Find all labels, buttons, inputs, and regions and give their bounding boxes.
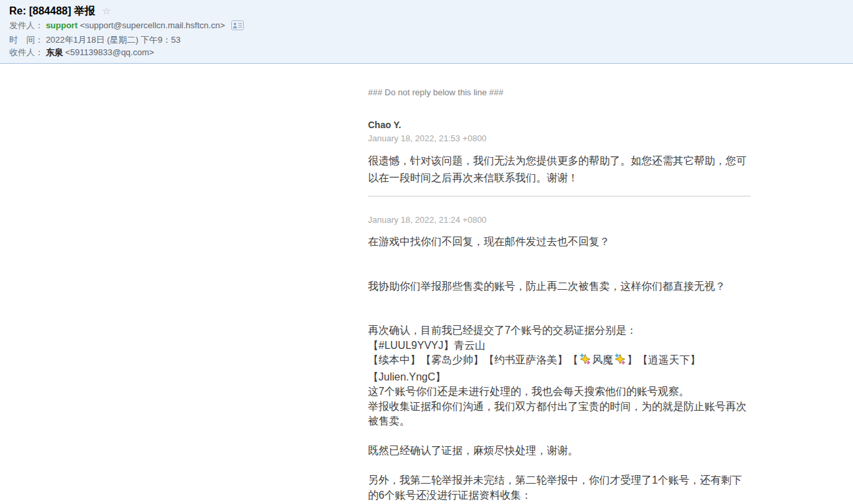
message-date: January 18, 2022, 21:24 +0800: [368, 215, 750, 225]
message-text-line: [368, 309, 750, 324]
email-body: ### Do not reply below this line ### Cha…: [368, 87, 750, 504]
to-row: 收件人： 东泉 <591139833@qq.com>: [9, 46, 844, 58]
date-label: 时 间：: [9, 35, 43, 45]
message-text-line: 这7个账号你们还是未进行处理的，我也会每天搜索他们的账号观察。: [368, 384, 750, 400]
message-text-line: [368, 429, 750, 444]
subject-row: Re: [884488] 举报 ☆: [9, 3, 844, 19]
noreply-divider-text: ### Do not reply below this line ###: [368, 87, 750, 98]
message-text-line: 既然已经确认了证据，麻烦尽快处理，谢谢。: [368, 444, 750, 459]
message-author: Chao Y.: [368, 120, 750, 131]
message-text: 在游戏中找你们不回复，现在邮件发过去也不回复？ 我协助你们举报那些售卖的账号，防…: [368, 235, 750, 504]
message-text-line: 在游戏中找你们不回复，现在邮件发过去也不回复？: [368, 235, 750, 250]
contact-card-icon[interactable]: [231, 20, 244, 34]
star-icon[interactable]: ☆: [102, 5, 110, 16]
sender-address: <support@supercellcn.mail.hsftcn.cn>: [80, 20, 225, 30]
message-text-line: 另外，我第二轮举报并未完结，第二轮举报中，你们才受理了1个账号，还有剩下的6个账…: [368, 473, 750, 503]
message-text-line: 再次确认，目前我已经提交了7个账号的交易证据分别是：: [368, 323, 750, 338]
message-date: January 18, 2022, 21:53 +0800: [368, 133, 750, 144]
date-row: 时 间： 2022年1月18日 (星期二) 下午9：53: [9, 34, 844, 46]
message-text-line: 我协助你们举报那些售卖的账号，防止再二次被售卖，这样你们都直接无视？: [368, 279, 750, 294]
message-text: 很遗憾，针对该问题，我们无法为您提供更多的帮助了。如您还需其它帮助，您可以在一段…: [368, 152, 750, 187]
recipient-name: 东泉: [46, 47, 63, 57]
email-header: Re: [884488] 举报 ☆ 发件人： support <support@…: [0, 0, 853, 64]
message-text-line: 【续本中】【雾岛少帅】【约书亚萨洛美】【风魔】【逍遥天下】: [368, 353, 750, 370]
sparkles-icon: [579, 353, 591, 370]
message-text-line: 【Julien.YngC】: [368, 370, 750, 385]
sparkles-icon: [614, 353, 626, 370]
message-text-line: 【#LUUL9YVYJ】青云山: [368, 338, 750, 354]
message-text-line: [368, 264, 750, 279]
mail-read-page: Re: [884488] 举报 ☆ 发件人： support <support@…: [0, 0, 853, 504]
date-value: 2022年1月18日 (星期二) 下午9：53: [46, 35, 181, 45]
message-divider: [368, 196, 750, 196]
to-label: 收件人：: [9, 47, 43, 57]
email-subject: Re: [884488] 举报: [9, 5, 95, 16]
sender-name[interactable]: support: [46, 20, 78, 30]
message-text-line: [368, 459, 750, 474]
message-text-line: [368, 294, 750, 309]
message-text-line: 举报收集证据和你们沟通，我们双方都付出了宝贵的时间，为的就是防止账号再次被售卖。: [368, 400, 750, 429]
message-text-line: [368, 250, 750, 265]
from-row: 发件人： support <support@supercellcn.mail.h…: [9, 19, 844, 34]
recipient-address: <591139833@qq.com>: [65, 47, 154, 57]
from-label: 发件人：: [9, 20, 43, 30]
